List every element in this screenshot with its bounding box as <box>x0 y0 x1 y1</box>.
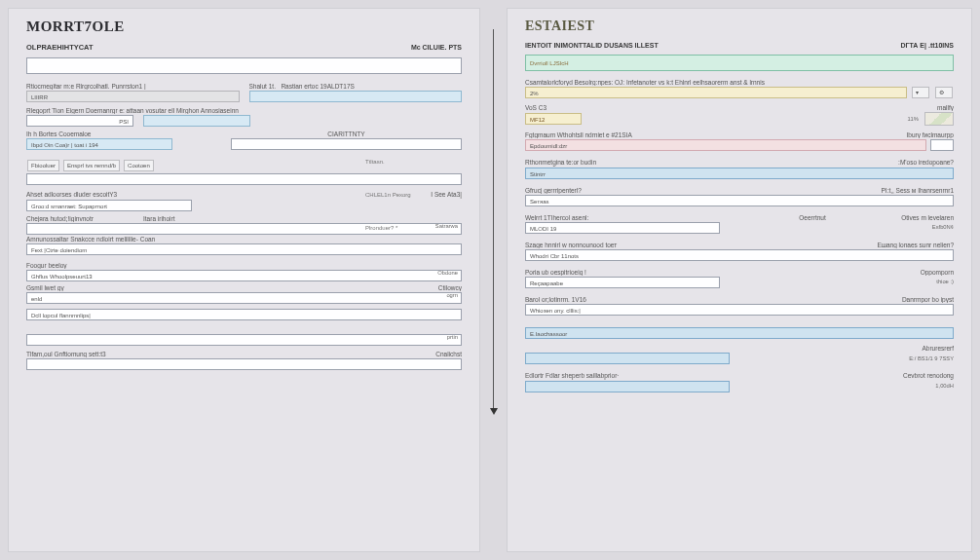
r-row10-label-left: Barol or;lotinrm. 1V16 <box>525 296 847 303</box>
row9-input[interactable]: Ghflus Whoolpseuurt13 <box>26 270 462 281</box>
r-row6-label-right: PI:t,, Sess м Ihanrsenrnr1 <box>837 187 954 194</box>
r-row13-input[interactable] <box>525 381 730 392</box>
r-row4-label-right: Ibury fисlmaurpр <box>866 131 954 138</box>
row2a-label: Rtiocmegitar m:e Rlrgrcolhatl. Punrrston… <box>26 83 240 90</box>
r-row4-aux[interactable] <box>930 139 954 151</box>
r-row8-input[interactable]: Whodri Cbr 11nots <box>525 249 954 261</box>
row11-right-tiny: prtin <box>26 334 458 340</box>
right-form-panel: ESTAIEST IENTOIT INIМONТТАLID DUSANS ILL… <box>507 8 972 552</box>
r-row12-input[interactable] <box>525 353 730 364</box>
r-row11-input[interactable]: E.Iaochassoor <box>525 327 954 339</box>
r-row3-label-left: VoS C3 <box>525 104 886 111</box>
row4-side: CHLEL1n Pexorg <box>365 192 411 198</box>
r-row3-input-left[interactable]: MF12 <box>525 113 582 125</box>
gear-icon[interactable]: ⚙ <box>935 87 953 98</box>
row4a-input[interactable]: Ibpd Oin Coa)r | toat i 194 <box>26 138 172 150</box>
r-row3-value-right: 11% <box>907 116 919 122</box>
row4a-label: Ih h Bortes Cooemaloe <box>26 131 172 137</box>
r-row13-label-right: Cevbrot renodong <box>856 372 954 379</box>
row10-right-tiny: ogrn <box>26 292 458 298</box>
row9-label: Foogur beeloy <box>26 262 462 269</box>
r-row8-label-right: Ешang lonaes sunr nelien? <box>827 242 954 248</box>
row7b-label: Itara irihoirt <box>143 215 175 222</box>
left-field-1[interactable] <box>26 57 462 74</box>
r-row4-input[interactable]: Epdoumidl:dzr <box>525 139 926 151</box>
row7a-label: Chejяra hutod;!iginvnotr <box>26 215 133 222</box>
r-row5-label-right: :M'oso iredopoane? <box>847 159 954 166</box>
row3b-input[interactable] <box>143 115 250 127</box>
r-row12-label-right: Abruresrerf <box>866 345 954 352</box>
row4b-input[interactable] <box>231 138 462 150</box>
dropdown-icon[interactable]: ▾ <box>912 87 929 98</box>
row2a-input[interactable]: LIIIRR <box>26 91 240 102</box>
r-row6-input[interactable]: Sетяаs <box>525 195 954 206</box>
row8-input[interactable]: Fext |Ctrte doiendiom <box>26 243 462 255</box>
row8-label: Amnunossaltar Snakcce ndloirt melililie-… <box>26 236 462 243</box>
r-row2-input[interactable]: 2% <box>525 87 907 98</box>
r-row7-input[interactable]: MLODI 19 <box>525 222 720 234</box>
row3a-input[interactable]: PSI <box>26 115 133 127</box>
row10-right: Ctilowcy <box>403 284 462 291</box>
row11-input[interactable]: Dcll lopcul flannmnlips| <box>26 309 462 320</box>
r-row9-value-right: thioe :) <box>936 279 954 284</box>
right-field-1[interactable]: Dvrrioll LJSIcH <box>525 55 954 71</box>
r-row12-label-left <box>525 345 856 352</box>
center-divider <box>493 29 494 409</box>
input-below-tabs[interactable] <box>26 173 462 185</box>
row4b-label: CIARITTNTY <box>231 131 462 137</box>
tab-b[interactable]: Ensprl tvs remnd/b <box>63 160 120 171</box>
r-row6-label-left: Gfrucj gerrripenterl? <box>525 187 827 194</box>
r-row9-label-right: Oppomporn <box>876 269 954 276</box>
row6a-input[interactable]: Groo:d smanraet: Supaprnort <box>26 200 192 211</box>
r-row2-label: Csamtalorlcforyd Besolrg:прes: OJ: Infet… <box>525 79 954 86</box>
r-row4-label-left: Fgtgmaum Wthohtsll ndrniet e #21SIA <box>525 131 856 138</box>
tab-a[interactable]: Fbiooluer <box>27 160 59 171</box>
r-row9-input[interactable]: Reçaapaabe <box>525 277 720 288</box>
row2b-label: Shalut 1t._ Rastian ertoc 19ALDT17S <box>249 83 463 90</box>
r-row5-input[interactable]: Stintrr <box>525 168 954 179</box>
row6b-label: I See Ata3| <box>249 191 463 198</box>
r-row10-input[interactable]: Whioзen ony. clllis:| <box>525 304 954 316</box>
tabs-side: Plronduer? * <box>365 225 397 231</box>
r-row3-label-right: mallfy <box>895 104 954 111</box>
r-row5-label-left: Rthonmetgina te:or budin <box>525 159 837 166</box>
r-row7-label-left: Welrrt 1TIhercol asenl: <box>525 214 769 221</box>
r-row9-label-left: Рoria ub oespitrioeig ! <box>525 269 866 276</box>
left-title: MORRT7OLE <box>26 19 462 35</box>
row6a-label: Ahset adloorses dluder escoitY3 <box>26 191 240 198</box>
right-subhead-left: IENTOIT INIМONТТАLID DUSANS ILLEST <box>525 42 659 49</box>
left-subhead-right: Mc CILUIE. PTS <box>411 44 462 51</box>
row12-right: Cnalichst <box>403 351 462 357</box>
r-row10-label-right: Danrmрor bo iрyst <box>856 296 954 303</box>
left-form-panel: MORRT7OLE OLPRАЕНIНТYСАТ Mc CILUIE. PTS … <box>8 8 480 552</box>
r-row7-label-right: Otives m levelаren <box>856 214 954 221</box>
row10-label: Gsmil lwet gy <box>26 284 394 291</box>
thumbnail-icon <box>924 112 954 126</box>
r-row7-value-right: Esfb0N¢ <box>932 224 954 230</box>
right-subhead-right: DГТА E| .tt10INS <box>901 42 955 49</box>
r-row12-right-tiny: E:/ BS1/1 9 7SSY <box>909 355 954 361</box>
row3-side: Ttltasn. <box>365 159 385 165</box>
tab-c[interactable]: Cootoen <box>124 160 154 171</box>
r-row13-right-tiny: 1,00dH <box>935 383 954 389</box>
right-title: ESTAIEST <box>525 19 954 34</box>
r-row8-label-left: Szage hnnirl w nonnounood toет <box>525 242 817 248</box>
row12-input[interactable] <box>26 358 462 370</box>
r-row13-label-left: Edlortr Fdlar shepеrb saillabprior· <box>525 372 847 379</box>
row2b-input[interactable] <box>249 91 463 102</box>
row12-label: Tlfam,oul Gnftiomung sett:t3 <box>26 351 394 357</box>
row3-label: Rlegoprt Tion Eigern Doemanrgr e: attaan… <box>26 107 462 114</box>
r-row7-mid: Oeerrtnut <box>778 214 847 221</box>
left-subhead-left: OLPRАЕНIНТYСАТ <box>26 43 94 52</box>
